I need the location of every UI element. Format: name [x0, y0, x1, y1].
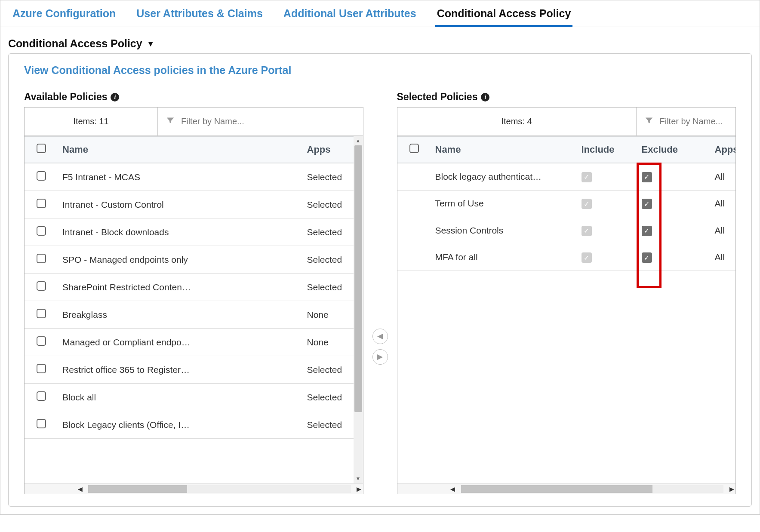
row-checkbox[interactable]: [37, 309, 46, 318]
row-checkbox[interactable]: [37, 171, 46, 181]
policy-name: SPO - Managed endpoints only: [58, 246, 303, 274]
table-row[interactable]: Block allSelected: [25, 384, 363, 411]
filter-icon: [166, 116, 175, 127]
policy-apps: All: [711, 217, 736, 244]
policy-name: F5 Intranet - MCAS: [58, 163, 303, 191]
section-title-dropdown[interactable]: Conditional Access Policy ▼: [0, 27, 760, 53]
available-items-count: Items: 11: [25, 108, 158, 135]
table-row[interactable]: BreakglassNone: [25, 301, 363, 329]
tab-bar: Azure Configuration User Attributes & Cl…: [0, 0, 760, 27]
policy-apps: All: [711, 190, 736, 217]
row-checkbox[interactable]: [37, 281, 46, 291]
exclude-checkbox[interactable]: ✓: [642, 172, 652, 182]
policy-apps: All: [711, 244, 736, 271]
col-name-header[interactable]: Name: [431, 136, 577, 163]
table-row[interactable]: MFA for all✓✓All: [397, 244, 736, 271]
exclude-checkbox[interactable]: ✓: [642, 226, 652, 236]
table-row[interactable]: SPO - Managed endpoints onlySelected: [25, 246, 363, 274]
row-checkbox[interactable]: [37, 336, 46, 346]
table-row[interactable]: F5 Intranet - MCASSelected: [25, 163, 363, 191]
table-row[interactable]: Block legacy authenticat…✓✓All: [397, 163, 736, 190]
policy-name: Block Legacy clients (Office, I…: [58, 411, 303, 439]
table-row[interactable]: Restrict office 365 to Register…Selected: [25, 356, 363, 384]
include-checkbox[interactable]: ✓: [582, 199, 592, 209]
section-title-text: Conditional Access Policy: [8, 37, 142, 50]
policies-card: View Conditional Access policies in the …: [8, 53, 752, 507]
tab-azure-configuration[interactable]: Azure Configuration: [11, 6, 117, 27]
select-all-checkbox[interactable]: [409, 144, 419, 153]
policy-name: Term of Use: [431, 190, 577, 217]
policy-name: SharePoint Restricted Conten…: [58, 274, 303, 301]
policy-name: Restrict office 365 to Register…: [58, 356, 303, 384]
table-row[interactable]: Session Controls✓✓All: [397, 217, 736, 244]
policy-name: Intranet - Block downloads: [58, 218, 303, 246]
tab-conditional-access-policy[interactable]: Conditional Access Policy: [435, 6, 573, 27]
selected-policies-panel: Selected Policies i Items: 4: [397, 91, 736, 494]
move-left-button[interactable]: ◀: [372, 329, 388, 344]
policy-name: Managed or Compliant endpo…: [58, 329, 303, 356]
policy-name: Block legacy authenticat…: [431, 163, 577, 190]
tab-additional-user-attributes[interactable]: Additional User Attributes: [282, 6, 418, 27]
selected-filter-input[interactable]: [660, 117, 728, 126]
table-row[interactable]: SharePoint Restricted Conten…Selected: [25, 274, 363, 301]
mover-buttons: ◀ ▶: [371, 199, 389, 494]
select-all-checkbox[interactable]: [37, 144, 46, 153]
row-checkbox[interactable]: [37, 364, 46, 373]
include-checkbox[interactable]: ✓: [582, 172, 592, 182]
available-policies-panel: Available Policies i Items: 11: [24, 91, 363, 494]
available-policies-title: Available Policies: [24, 91, 107, 103]
selected-policies-title: Selected Policies: [397, 91, 478, 103]
policy-name: Intranet - Custom Control: [58, 191, 303, 218]
col-include-header[interactable]: Include: [577, 136, 637, 163]
horizontal-scrollbar[interactable]: ◀ ▶: [397, 483, 736, 494]
table-row[interactable]: Intranet - Block downloadsSelected: [25, 218, 363, 246]
info-icon[interactable]: i: [111, 93, 119, 101]
table-row[interactable]: Term of Use✓✓All: [397, 190, 736, 217]
available-filter-input[interactable]: [181, 117, 355, 126]
filter-icon: [644, 116, 654, 127]
app-root: Azure Configuration User Attributes & Cl…: [0, 0, 760, 515]
azure-portal-link[interactable]: View Conditional Access policies in the …: [24, 64, 736, 77]
horizontal-scrollbar[interactable]: ◀ ▶: [25, 483, 363, 494]
selected-items-count: Items: 4: [397, 108, 637, 135]
row-checkbox[interactable]: [37, 226, 46, 236]
col-exclude-header[interactable]: Exclude: [637, 136, 711, 163]
col-apps-header[interactable]: Apps: [711, 136, 736, 163]
table-row[interactable]: Block Legacy clients (Office, I…Selected: [25, 411, 363, 439]
info-icon[interactable]: i: [481, 93, 489, 101]
policy-apps: All: [711, 163, 736, 190]
table-row[interactable]: Intranet - Custom ControlSelected: [25, 191, 363, 218]
available-policies-table: Name Apps F5 Intranet - MCASSelectedIntr…: [25, 136, 363, 439]
row-checkbox[interactable]: [37, 199, 46, 208]
vertical-scrollbar[interactable]: ▲ ▼: [354, 136, 363, 483]
include-checkbox[interactable]: ✓: [582, 252, 592, 263]
include-checkbox[interactable]: ✓: [582, 226, 592, 236]
exclude-checkbox[interactable]: ✓: [642, 199, 652, 209]
policy-name: MFA for all: [431, 244, 577, 271]
policy-name: Block all: [58, 384, 303, 411]
col-name-header[interactable]: Name: [58, 136, 303, 163]
tab-user-attributes-claims[interactable]: User Attributes & Claims: [135, 6, 265, 27]
caret-down-icon: ▼: [147, 39, 155, 49]
policy-name: Session Controls: [431, 217, 577, 244]
exclude-checkbox[interactable]: ✓: [642, 252, 652, 263]
row-checkbox[interactable]: [37, 419, 46, 428]
policy-name: Breakglass: [58, 301, 303, 329]
table-row[interactable]: Managed or Compliant endpo…None: [25, 329, 363, 356]
selected-policies-table: Name Include Exclude Apps Block legacy a…: [397, 136, 736, 271]
row-checkbox[interactable]: [37, 254, 46, 263]
row-checkbox[interactable]: [37, 391, 46, 401]
move-right-button[interactable]: ▶: [372, 349, 388, 365]
